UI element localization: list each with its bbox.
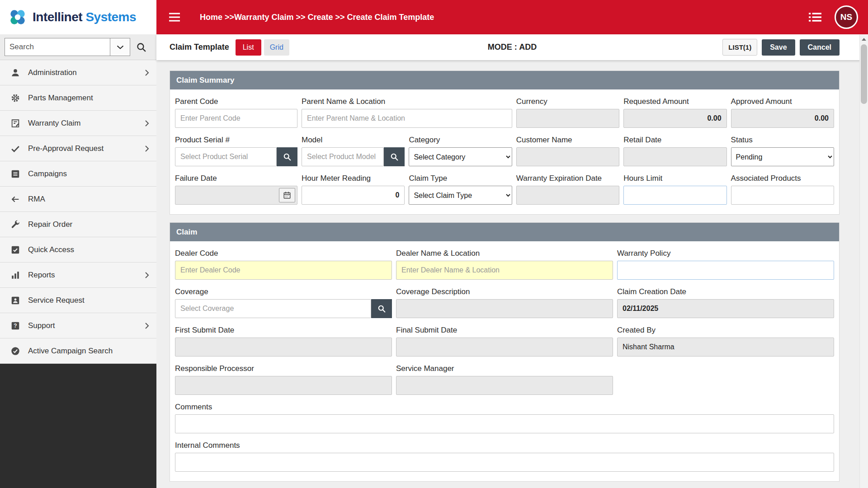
avatar[interactable]: NS (835, 5, 858, 29)
approved-amount-label: Approved Amount (731, 97, 834, 106)
warranty-policy-label: Warranty Policy (617, 249, 834, 258)
service-manager-input[interactable] (396, 376, 613, 395)
coverage-input[interactable] (175, 299, 371, 318)
chevron-right-icon (145, 145, 149, 152)
sidebar-item-active-campaign-search[interactable]: Active Campaign Search (0, 338, 156, 364)
user-icon (10, 67, 21, 78)
check-circle-icon (10, 346, 21, 357)
sidebar-item-label: Administration (28, 68, 77, 77)
parent-name-location-input[interactable] (302, 109, 512, 128)
sidebar-item-administration[interactable]: Administration (0, 60, 156, 85)
hours-limit-input[interactable] (623, 186, 726, 205)
bar-chart-icon (10, 270, 21, 281)
claim-creation-date-input[interactable] (617, 299, 834, 318)
grid-spacer (617, 364, 834, 395)
coverage-description-label: Coverage Description (396, 287, 613, 296)
list-count-button[interactable]: LIST(1) (722, 39, 757, 56)
dealer-name-location-label: Dealer Name & Location (396, 249, 613, 258)
requested-amount-input[interactable] (623, 109, 726, 128)
sidebar-item-label: Warranty Claim (28, 119, 81, 128)
field-coverage-description: Coverage Description (396, 287, 613, 318)
list-square-icon (10, 169, 21, 179)
coverage-search-button[interactable] (371, 299, 392, 318)
breadcrumb[interactable]: Home >>Warranty Claim >> Create >> Creat… (200, 13, 434, 22)
failure-date-calendar-button[interactable] (279, 188, 295, 202)
responsible-processor-input[interactable] (175, 376, 392, 395)
dealer-code-label: Dealer Code (175, 249, 392, 258)
category-select[interactable]: Select Category (409, 147, 512, 166)
calendar-icon (283, 191, 291, 199)
hamburger-menu-button[interactable] (168, 12, 181, 22)
vertical-scrollbar[interactable] (859, 35, 868, 488)
coverage-description-input[interactable] (396, 299, 613, 318)
search-icon (377, 304, 386, 313)
model-input[interactable] (302, 147, 384, 166)
customer-name-input[interactable] (516, 147, 619, 166)
first-submit-date-input[interactable] (175, 338, 392, 357)
sidebar-item-campaigns[interactable]: Campaigns (0, 161, 156, 187)
chevron-right-icon (145, 272, 149, 279)
claim-type-select[interactable]: Select Claim Type (409, 186, 512, 205)
model-search-button[interactable] (384, 147, 405, 166)
list-view-button[interactable] (808, 12, 822, 23)
sidebar-item-warranty-claim[interactable]: Warranty Claim (0, 111, 156, 136)
claim-summary-section: Claim Summary Parent Code Parent Name & … (170, 70, 840, 215)
check-icon (10, 143, 21, 154)
retail-date-input[interactable] (623, 147, 726, 166)
approved-amount-input[interactable] (731, 109, 834, 128)
sidebar-item-parts-management[interactable]: Parts Management (0, 85, 156, 111)
hour-meter-reading-input[interactable] (302, 186, 405, 205)
field-parent-code: Parent Code (175, 97, 297, 128)
currency-input[interactable] (516, 109, 619, 128)
dealer-name-location-input[interactable] (396, 261, 613, 280)
sidebar-item-label: Campaigns (28, 169, 67, 178)
parent-code-input[interactable] (175, 109, 297, 128)
internal-comments-input[interactable] (175, 453, 834, 472)
sidebar-search-input[interactable] (5, 38, 110, 56)
list-toggle-button[interactable]: List (236, 39, 261, 56)
field-status: Status Pending (731, 136, 834, 166)
warranty-policy-input[interactable] (617, 261, 834, 280)
comments-input[interactable] (175, 414, 834, 433)
responsible-processor-label: Responsible Processor (175, 364, 392, 373)
sidebar-search-button[interactable] (130, 38, 152, 56)
status-select[interactable]: Pending (731, 147, 834, 166)
sidebar-item-rma[interactable]: RMA (0, 187, 156, 212)
search-dropdown-button[interactable] (110, 38, 130, 56)
associated-products-input[interactable] (731, 186, 834, 205)
sidebar-item-service-request[interactable]: Service Request (0, 288, 156, 313)
cancel-button[interactable]: Cancel (800, 39, 840, 56)
sidebar-item-label: Repair Order (28, 220, 72, 229)
field-associated-products: Associated Products (731, 174, 834, 205)
scrollbar-thumb[interactable] (861, 44, 867, 104)
retail-date-label: Retail Date (623, 136, 726, 145)
created-by-input[interactable] (617, 338, 834, 357)
save-button[interactable]: Save (762, 39, 795, 56)
sidebar-item-label: Quick Access (28, 245, 74, 254)
first-submit-date-label: First Submit Date (175, 326, 392, 335)
warranty-expiration-date-label: Warranty Expiration Date (516, 174, 619, 183)
warranty-expiration-date-input[interactable] (516, 186, 619, 205)
brand-logo[interactable]: Intellinet Systems (0, 0, 156, 34)
product-serial-input[interactable] (175, 147, 277, 166)
failure-date-input[interactable] (175, 186, 279, 204)
field-final-submit-date: Final Submit Date (396, 326, 613, 357)
sidebar-item-quick-access[interactable]: Quick Access (0, 237, 156, 263)
dealer-code-input[interactable] (175, 261, 392, 280)
final-submit-date-input[interactable] (396, 338, 613, 357)
scrollbar-up-arrow[interactable] (860, 35, 868, 44)
product-serial-search-button[interactable] (277, 147, 297, 166)
sidebar-item-label: Reports (28, 271, 55, 280)
sidebar-item-reports[interactable]: Reports (0, 263, 156, 288)
app-root: Intellinet Systems Administration Parts … (0, 0, 868, 488)
field-approved-amount: Approved Amount (731, 97, 834, 128)
main-area: Home >>Warranty Claim >> Create >> Creat… (156, 0, 868, 488)
grid-toggle-button[interactable]: Grid (264, 39, 289, 56)
hours-limit-label: Hours Limit (623, 174, 726, 183)
sidebar-item-repair-order[interactable]: Repair Order (0, 212, 156, 237)
field-coverage: Coverage (175, 287, 392, 318)
field-comments: Comments (175, 403, 834, 433)
sidebar-item-support[interactable]: ? Support (0, 313, 156, 338)
sidebar-item-pre-approval-request[interactable]: Pre-Approval Request (0, 136, 156, 161)
field-claim-type: Claim Type Select Claim Type (409, 174, 512, 205)
